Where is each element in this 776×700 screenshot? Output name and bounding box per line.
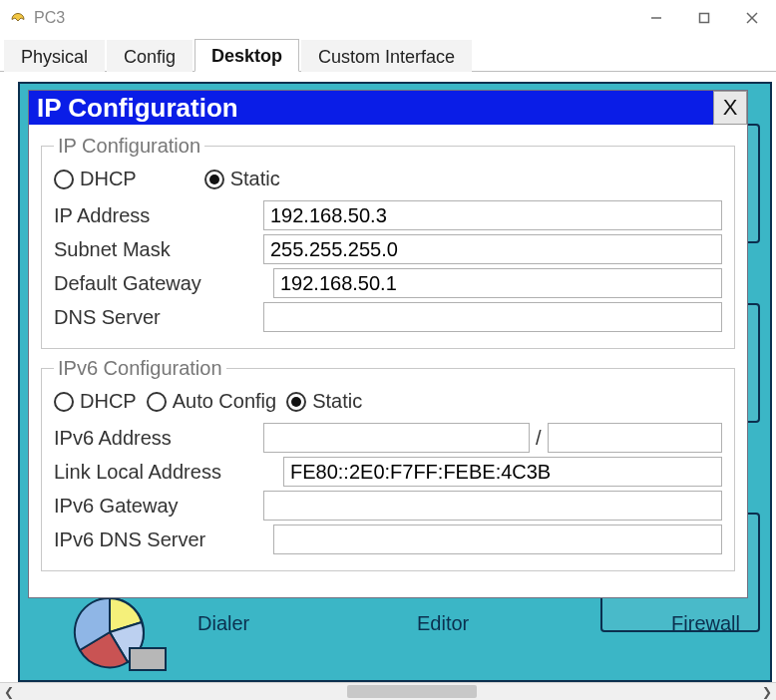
radio-icon <box>54 170 74 189</box>
window-title: PC3 <box>34 9 632 27</box>
close-window-button[interactable] <box>728 0 776 36</box>
window-controls <box>632 0 776 36</box>
ipv6-fieldset: IPv6 Configuration DHCP Auto Config <box>41 357 735 571</box>
ipv6-prefix-input[interactable] <box>548 423 722 453</box>
spacer <box>246 91 713 125</box>
dialog-title-bar: IP Configuration X <box>29 91 747 125</box>
dialog-title: IP Configuration <box>29 91 246 125</box>
ipv6-address-input[interactable] <box>263 423 530 453</box>
scroll-right-icon[interactable]: ❯ <box>758 683 776 700</box>
minimize-button[interactable] <box>632 0 680 36</box>
radio-icon <box>54 392 74 412</box>
subnet-row: Subnet Mask <box>54 234 722 264</box>
gateway-row: Default Gateway <box>54 268 722 298</box>
ipv6-dns-row: IPv6 DNS Server <box>54 525 722 554</box>
tab-custom-interface[interactable]: Custom Interface <box>301 40 472 72</box>
client-area: Dialer Editor Firewall IP Configuration … <box>0 72 776 682</box>
dialog-body: IP Configuration DHCP Static IP Address <box>29 125 747 597</box>
subnet-label: Subnet Mask <box>54 238 263 261</box>
radio-text: DHCP <box>80 390 137 413</box>
desktop-tile-label: Firewall <box>671 612 740 635</box>
tab-desktop[interactable]: Desktop <box>194 39 299 72</box>
maximize-button[interactable] <box>680 0 728 36</box>
dns-input[interactable] <box>263 302 722 332</box>
ip-address-label: IP Address <box>54 204 263 227</box>
ip-configuration-dialog: IP Configuration X IP Configuration DHCP <box>28 90 748 598</box>
desktop-tile-label: Editor <box>417 612 469 635</box>
subnet-input[interactable] <box>263 234 722 264</box>
ip-address-input[interactable] <box>263 200 722 230</box>
ipv6-gateway-label: IPv6 Gateway <box>54 495 263 518</box>
ipv4-mode-dhcp[interactable]: DHCP <box>54 168 137 190</box>
link-local-label: Link Local Address <box>54 461 273 484</box>
ipv4-fieldset: IP Configuration DHCP Static IP Address <box>41 135 735 349</box>
app-icon <box>8 8 28 28</box>
tab-physical[interactable]: Physical <box>4 40 105 72</box>
radio-text: Static <box>230 168 280 190</box>
dns-row: DNS Server <box>54 302 722 332</box>
dns-label: DNS Server <box>54 306 263 329</box>
app-window: PC3 Physical Config Desktop Custom Inter… <box>0 0 776 700</box>
gateway-input[interactable] <box>273 268 722 298</box>
ipv6-legend: IPv6 Configuration <box>54 357 226 380</box>
traffic-generator-icon[interactable] <box>68 592 168 672</box>
gateway-label: Default Gateway <box>54 272 263 295</box>
radio-text: Static <box>312 390 362 413</box>
ipv6-address-row: IPv6 Address / <box>54 423 722 453</box>
scrollbar-thumb[interactable] <box>347 685 477 698</box>
ipv6-mode-auto[interactable]: Auto Config <box>147 390 277 413</box>
title-bar: PC3 <box>0 0 776 36</box>
link-local-row: Link Local Address <box>54 457 722 487</box>
ipv4-legend: IP Configuration <box>54 135 204 158</box>
ipv6-address-label: IPv6 Address <box>54 427 263 450</box>
radio-icon <box>147 392 167 412</box>
scrollbar-track[interactable] <box>18 683 758 700</box>
ip-address-row: IP Address <box>54 200 722 230</box>
horizontal-scrollbar[interactable]: ❮ ❯ <box>0 682 776 700</box>
tab-strip: Physical Config Desktop Custom Interface <box>0 36 776 72</box>
prefix-separator: / <box>536 427 542 450</box>
ipv6-mode-row: DHCP Auto Config Static <box>54 390 722 413</box>
tab-config[interactable]: Config <box>107 40 193 72</box>
ipv6-mode-dhcp[interactable]: DHCP <box>54 390 137 413</box>
dialog-close-button[interactable]: X <box>713 91 747 125</box>
ipv6-mode-static[interactable]: Static <box>286 390 362 413</box>
radio-text: Auto Config <box>173 390 277 413</box>
ipv4-mode-row: DHCP Static <box>54 168 722 190</box>
link-local-input[interactable] <box>283 457 722 487</box>
radio-text: DHCP <box>80 168 137 190</box>
scroll-left-icon[interactable]: ❮ <box>0 683 18 700</box>
ipv6-dns-input[interactable] <box>273 525 722 554</box>
radio-icon <box>204 170 224 189</box>
ipv6-gateway-row: IPv6 Gateway <box>54 491 722 521</box>
ipv6-dns-label: IPv6 DNS Server <box>54 528 263 551</box>
svg-rect-5 <box>130 648 166 670</box>
radio-icon <box>286 392 306 412</box>
desktop-tile-label: Dialer <box>197 612 249 635</box>
ipv4-mode-static[interactable]: Static <box>204 168 280 190</box>
svg-rect-1 <box>700 14 709 23</box>
ipv6-gateway-input[interactable] <box>263 491 722 521</box>
